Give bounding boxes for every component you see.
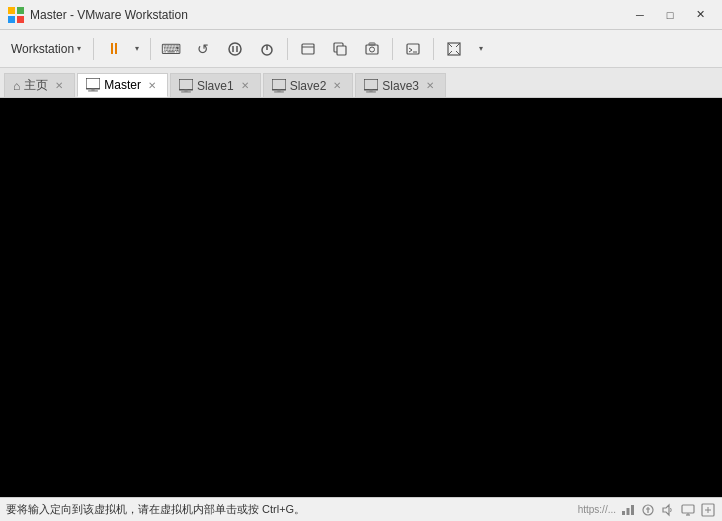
usb-status-icon[interactable] bbox=[640, 502, 656, 518]
minimize-button[interactable]: ─ bbox=[626, 4, 654, 26]
toolbar-separator-3 bbox=[287, 38, 288, 60]
tab-slave2-label: Slave2 bbox=[290, 79, 327, 93]
pause-dropdown-button[interactable]: ▾ bbox=[129, 35, 145, 63]
workstation-label: Workstation bbox=[11, 42, 74, 56]
svg-marker-32 bbox=[663, 505, 669, 515]
tab-slave2-close[interactable]: ✕ bbox=[330, 79, 344, 93]
svg-rect-0 bbox=[8, 7, 15, 14]
status-bar-left: 要将输入定向到该虚拟机，请在虚拟机内部单击或按 Ctrl+G。 bbox=[6, 502, 305, 517]
svg-rect-6 bbox=[302, 44, 314, 54]
snapshot-icon bbox=[365, 42, 379, 56]
zoom-status-icon[interactable] bbox=[700, 502, 716, 518]
fullscreen-dropdown-arrow: ▾ bbox=[479, 44, 483, 53]
tab-master-close[interactable]: ✕ bbox=[145, 78, 159, 92]
svg-rect-10 bbox=[366, 45, 378, 54]
display-status-icon[interactable] bbox=[680, 502, 696, 518]
toolbar-separator-2 bbox=[150, 38, 151, 60]
pause-button[interactable]: ⏸ bbox=[99, 35, 129, 63]
power-icon bbox=[260, 42, 274, 56]
tab-master[interactable]: Master ✕ bbox=[77, 73, 168, 97]
clone-button[interactable] bbox=[325, 35, 355, 63]
revert-button[interactable]: ↺ bbox=[188, 35, 218, 63]
slave2-vm-icon bbox=[272, 78, 286, 93]
title-bar-left: Master - VMware Workstation bbox=[8, 7, 188, 23]
svg-rect-12 bbox=[369, 43, 375, 45]
svg-point-11 bbox=[370, 47, 375, 52]
send-ctrl-alt-del-button[interactable]: ⌨ bbox=[156, 35, 186, 63]
sound-status-icon[interactable] bbox=[660, 502, 676, 518]
title-bar-controls: ─ □ ✕ bbox=[626, 4, 714, 26]
workstation-dropdown-arrow: ▾ bbox=[77, 44, 81, 53]
tab-master-label: Master bbox=[104, 78, 141, 92]
suspend-icon bbox=[228, 42, 242, 56]
revert-icon: ↺ bbox=[197, 41, 209, 57]
status-bar: 要将输入定向到该虚拟机，请在虚拟机内部单击或按 Ctrl+G。 https://… bbox=[0, 497, 722, 521]
terminal-button[interactable] bbox=[398, 35, 428, 63]
tab-slave3-close[interactable]: ✕ bbox=[423, 79, 437, 93]
svg-rect-28 bbox=[622, 511, 625, 515]
terminal-icon bbox=[406, 42, 420, 56]
tab-slave1[interactable]: Slave1 ✕ bbox=[170, 73, 261, 97]
tab-slave1-close[interactable]: ✕ bbox=[238, 79, 252, 93]
svg-rect-9 bbox=[337, 46, 346, 55]
vm-window-button[interactable] bbox=[293, 35, 323, 63]
toolbar: Workstation ▾ ⏸ ▾ ⌨ ↺ bbox=[0, 30, 722, 68]
toolbar-separator-1 bbox=[93, 38, 94, 60]
tab-slave3-label: Slave3 bbox=[382, 79, 419, 93]
master-vm-icon bbox=[86, 78, 100, 93]
workstation-menu-button[interactable]: Workstation ▾ bbox=[4, 35, 88, 63]
vm-display[interactable] bbox=[0, 98, 722, 497]
svg-rect-2 bbox=[8, 16, 15, 23]
tab-slave2[interactable]: Slave2 ✕ bbox=[263, 73, 354, 97]
svg-rect-30 bbox=[631, 505, 634, 515]
tab-slave3[interactable]: Slave3 ✕ bbox=[355, 73, 446, 97]
clone-icon bbox=[333, 42, 347, 56]
svg-rect-22 bbox=[272, 79, 286, 90]
svg-point-4 bbox=[229, 43, 241, 55]
suspend-button[interactable] bbox=[220, 35, 250, 63]
fullscreen-icon bbox=[447, 42, 461, 56]
home-icon: ⌂ bbox=[13, 79, 20, 93]
title-bar: Master - VMware Workstation ─ □ ✕ bbox=[0, 0, 722, 30]
svg-rect-29 bbox=[627, 508, 630, 515]
slave1-vm-icon bbox=[179, 78, 193, 93]
title-text: Master - VMware Workstation bbox=[30, 8, 188, 22]
vm-window-icon bbox=[301, 42, 315, 56]
pause-dropdown-arrow: ▾ bbox=[135, 44, 139, 53]
pause-icon: ⏸ bbox=[106, 40, 122, 58]
tab-home[interactable]: ⌂ 主页 ✕ bbox=[4, 73, 75, 97]
keyboard-icon: ⌨ bbox=[161, 41, 181, 57]
tabs-bar: ⌂ 主页 ✕ Master ✕ Slave1 ✕ bbox=[0, 68, 722, 98]
svg-rect-16 bbox=[86, 78, 100, 89]
svg-rect-33 bbox=[682, 505, 694, 513]
status-url: https://... bbox=[578, 504, 616, 515]
pause-group: ⏸ ▾ bbox=[99, 35, 145, 63]
status-bar-right: https://... bbox=[578, 502, 716, 518]
toolbar-separator-5 bbox=[433, 38, 434, 60]
app-icon bbox=[8, 7, 24, 23]
fullscreen-dropdown-button[interactable]: ▾ bbox=[471, 35, 491, 63]
svg-rect-19 bbox=[179, 79, 193, 90]
svg-rect-1 bbox=[17, 7, 24, 14]
tab-home-close[interactable]: ✕ bbox=[52, 79, 66, 93]
snapshot-button[interactable] bbox=[357, 35, 387, 63]
network-status-icon[interactable] bbox=[620, 502, 636, 518]
tab-slave1-label: Slave1 bbox=[197, 79, 234, 93]
status-text: 要将输入定向到该虚拟机，请在虚拟机内部单击或按 Ctrl+G。 bbox=[6, 503, 305, 515]
power-button[interactable] bbox=[252, 35, 282, 63]
svg-rect-25 bbox=[364, 79, 378, 90]
slave3-vm-icon bbox=[364, 78, 378, 93]
fullscreen-button[interactable] bbox=[439, 35, 469, 63]
maximize-button[interactable]: □ bbox=[656, 4, 684, 26]
svg-rect-3 bbox=[17, 16, 24, 23]
toolbar-separator-4 bbox=[392, 38, 393, 60]
close-button[interactable]: ✕ bbox=[686, 4, 714, 26]
tab-home-label: 主页 bbox=[24, 77, 48, 94]
